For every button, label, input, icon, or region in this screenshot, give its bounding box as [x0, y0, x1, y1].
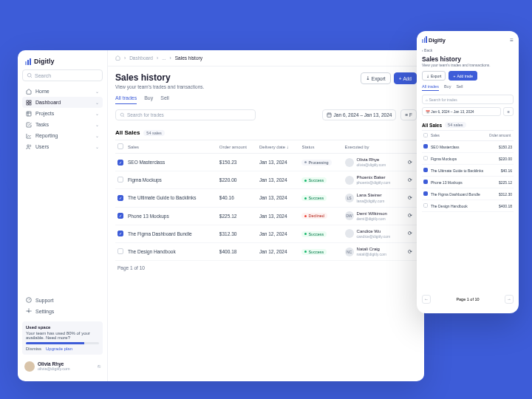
row-checkbox[interactable]: ✓ [117, 160, 123, 166]
table-row[interactable]: ✓SEO Masterclass$150.23Jan 13, 2024Proce… [115, 154, 417, 171]
col-date[interactable]: Delivery date ↓ [257, 140, 299, 154]
row-checkbox[interactable]: ✓ [117, 231, 123, 236]
row-checkbox[interactable] [423, 168, 428, 172]
table-row[interactable]: The Figma Dashboard Bundle$312.30 [422, 188, 514, 200]
prev-page-button[interactable]: ← [422, 295, 431, 304]
table-row[interactable]: Figma Mockups$220.00 [422, 153, 514, 165]
add-button[interactable]: + Add [394, 72, 417, 84]
sidebar-item-dashboard[interactable]: Dashboard⌄ [22, 97, 103, 108]
mobile-tab-buy[interactable]: Buy [444, 84, 451, 91]
table-row[interactable]: The Design Handbook$400.18 [422, 200, 514, 212]
sidebar-item-support[interactable]: Support [22, 295, 103, 306]
avatar [345, 176, 354, 185]
row-checkbox[interactable]: ✓ [117, 195, 123, 201]
row-checkbox[interactable] [423, 180, 428, 184]
mobile-filter-button[interactable]: ≡ [503, 107, 514, 116]
table-row[interactable]: Figma Mockups$220.00Jan 13, 2024SuccessP… [115, 171, 417, 189]
breadcrumb-item[interactable]: Dashboard [129, 55, 153, 61]
row-checkbox[interactable] [423, 156, 428, 160]
dismiss-link[interactable]: Dismiss [26, 347, 41, 351]
row-checkbox[interactable] [423, 203, 428, 208]
support-icon [26, 297, 32, 303]
table-row[interactable]: ✓Phone 13 Mockups$225.12Jan 13, 2024Decl… [115, 207, 417, 225]
tasks-icon [26, 122, 32, 128]
mobile-logo: Digitly [422, 37, 446, 44]
row-checkbox[interactable] [117, 248, 123, 254]
table-row[interactable]: The Ultimate Guide to Backlinks$40.16 [422, 165, 514, 177]
table-row[interactable]: ✓The Ultimate Guide to Backlinks$40.16Ja… [115, 189, 417, 207]
sidebar-item-settings[interactable]: Settings [22, 306, 103, 317]
order-amount: $40.16 [488, 165, 514, 177]
next-page-button[interactable]: → [505, 295, 514, 304]
download-icon[interactable]: ⟳ [406, 189, 417, 207]
status-badge: Processing [301, 160, 331, 166]
col-exec[interactable]: Executed by [343, 140, 406, 154]
sale-name: SEO Masterclass [126, 154, 217, 171]
table-row[interactable]: ✓The Figma Dashboard Bundle$312.30Jan 12… [115, 225, 417, 242]
mobile-table: Sales Order amount SEO Masterclass$150.2… [422, 130, 514, 212]
chevron-down-icon: ⌄ [95, 122, 99, 127]
current-user[interactable]: Olivia Rhye olivia@digitly.com ⎋ [22, 358, 103, 375]
sidebar-item-projects[interactable]: Projects⌄ [22, 108, 103, 119]
sale-name: The Design Handbook [429, 200, 488, 212]
filter-icon: ≡ [405, 112, 408, 117]
date-range-picker[interactable]: Jan 6, 2024 – Jan 13, 2024 [322, 109, 397, 120]
projects-icon [26, 111, 32, 117]
page-subtitle: View your team's trades and transactions… [115, 84, 204, 89]
menu-icon[interactable]: ≡ [510, 37, 514, 44]
col-amount[interactable]: Order amount [217, 140, 257, 154]
mobile-select-all[interactable] [423, 133, 428, 137]
download-icon[interactable]: ⟳ [406, 242, 417, 260]
row-checkbox[interactable] [423, 191, 428, 196]
back-link[interactable]: ‹ Back [422, 48, 514, 52]
download-icon[interactable]: ⟳ [406, 207, 417, 225]
download-icon[interactable]: ⟳ [406, 171, 417, 189]
status-badge: Success [301, 249, 327, 255]
export-button[interactable]: ⤓ Export [361, 72, 391, 84]
mobile-tab-sell[interactable]: Sell [456, 84, 463, 91]
select-all-checkbox[interactable] [117, 143, 123, 149]
col-status[interactable]: Status [299, 140, 342, 154]
mobile-search[interactable]: ⌕ Search for trades [422, 95, 514, 104]
home-icon[interactable] [115, 55, 120, 61]
main-content: › Dashboard › ... › Sales history Sales … [108, 50, 424, 381]
row-checkbox[interactable] [117, 177, 123, 183]
table-row[interactable]: Phone 13 Mockups$225.12 [422, 177, 514, 188]
table-row[interactable]: The Design Handbook$400.18Jan 12, 2024Su… [115, 242, 417, 260]
mobile-export-button[interactable]: ⤓ Export [422, 71, 446, 81]
search-icon [120, 112, 125, 117]
order-amount: $150.23 [217, 154, 257, 171]
mobile-pagination: Page 1 of 10 [456, 297, 479, 301]
sale-name: Figma Mockups [429, 153, 488, 165]
mobile-tab-all[interactable]: All trades [422, 84, 439, 91]
sidebar-item-home[interactable]: Home⌄ [22, 86, 103, 97]
mobile-date-range[interactable]: 📅 Jan 6, 2024 – Jan 13, 2024 [422, 107, 501, 116]
sidebar-item-users[interactable]: Users⌄ [22, 141, 103, 152]
table-row[interactable]: SEO Masterclass$150.23 [422, 141, 514, 153]
row-checkbox[interactable]: ✓ [117, 213, 123, 219]
sidebar-search[interactable]: Search [22, 69, 103, 81]
svg-rect-1 [27, 100, 28, 102]
filter-button[interactable]: ≡ F [400, 109, 417, 120]
download-icon[interactable]: ⟳ [406, 154, 417, 171]
all-sales-header: All Sales 54 sales [115, 126, 417, 140]
sidebar-item-reporting[interactable]: Reporting⌄ [22, 130, 103, 141]
breadcrumb-current: Sales history [175, 55, 202, 61]
logout-icon[interactable]: ⎋ [98, 364, 100, 369]
tab-all-trades[interactable]: All trades [115, 92, 137, 104]
order-amount: $312.30 [488, 188, 514, 200]
tab-buy[interactable]: Buy [144, 92, 153, 104]
breadcrumb-dots[interactable]: ... [162, 55, 166, 61]
svg-rect-4 [27, 103, 28, 104]
row-checkbox[interactable] [423, 144, 428, 149]
sidebar-item-tasks[interactable]: Tasks⌄ [22, 119, 103, 130]
col-sales[interactable]: Sales [126, 140, 217, 154]
upgrade-link[interactable]: Upgrade plan [46, 347, 72, 351]
mobile-add-trade-button[interactable]: + Add trade [449, 71, 477, 81]
mobile-all-sales: All Sales 54 sales [422, 120, 514, 130]
download-icon[interactable]: ⟳ [406, 225, 417, 242]
tab-sell[interactable]: Sell [160, 92, 169, 104]
logo-icon [422, 38, 427, 43]
trades-search[interactable]: Search for trades [115, 109, 256, 120]
sale-name: SEO Masterclass [429, 141, 488, 153]
